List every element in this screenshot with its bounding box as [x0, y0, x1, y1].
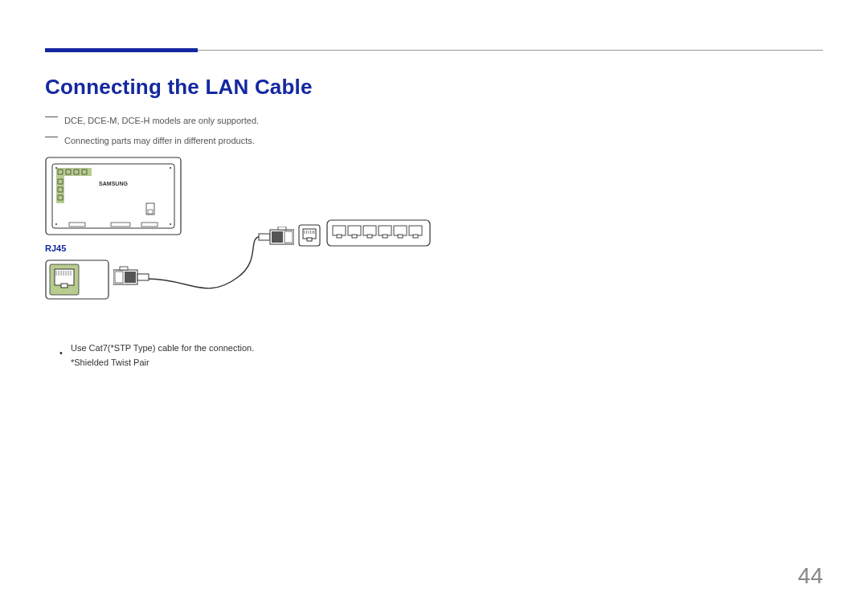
ethernet-plug-left-icon — [113, 265, 154, 289]
network-switch-icon — [326, 219, 431, 247]
svg-rect-44 — [307, 238, 312, 241]
svg-rect-41 — [278, 227, 286, 230]
note-2: Connecting parts may differ in different… — [45, 134, 823, 148]
single-rj45-jack-icon — [298, 224, 321, 247]
svg-rect-59 — [383, 235, 387, 238]
svg-rect-60 — [394, 226, 407, 235]
note-1: DCE, DCE-M, DCE-H models are only suppor… — [45, 114, 823, 128]
svg-rect-56 — [363, 226, 376, 235]
section-title: Connecting the LAN Cable — [45, 75, 823, 100]
svg-rect-58 — [379, 226, 391, 235]
bullet-list: Use Cat7(*STP Type) cable for the connec… — [45, 341, 823, 370]
page-number: 44 — [798, 563, 823, 589]
note-1-text: DCE, DCE-M, DCE-H models are only suppor… — [64, 114, 259, 128]
svg-rect-34 — [125, 272, 136, 283]
svg-rect-39 — [272, 231, 283, 243]
ethernet-plug-right-icon — [254, 227, 294, 251]
svg-rect-43 — [303, 229, 316, 239]
accent-bar — [45, 48, 198, 52]
svg-rect-54 — [348, 226, 361, 235]
svg-rect-36 — [120, 267, 128, 270]
svg-rect-61 — [398, 235, 403, 238]
header-rule — [45, 48, 823, 52]
svg-rect-57 — [367, 235, 372, 238]
note-2-text: Connecting parts may differ in different… — [64, 134, 255, 148]
bullet-item: Use Cat7(*STP Type) cable for the connec… — [59, 341, 823, 370]
svg-rect-35 — [137, 274, 149, 280]
connection-diagram: SAMSUNG RJ45 — [45, 157, 431, 317]
svg-rect-62 — [409, 226, 422, 235]
bullet-line-1: Use Cat7(*STP Type) cable for the connec… — [71, 341, 254, 356]
svg-rect-52 — [333, 226, 346, 235]
bullet-dot-icon — [59, 341, 63, 370]
divider-line — [198, 50, 823, 51]
svg-rect-63 — [413, 235, 418, 238]
svg-rect-53 — [337, 235, 342, 238]
bullet-line-2: *Shielded Twist Pair — [71, 356, 254, 370]
svg-rect-55 — [352, 235, 357, 238]
svg-rect-37 — [259, 234, 270, 240]
manual-page: Connecting the LAN Cable DCE, DCE-M, DCE… — [0, 0, 868, 613]
